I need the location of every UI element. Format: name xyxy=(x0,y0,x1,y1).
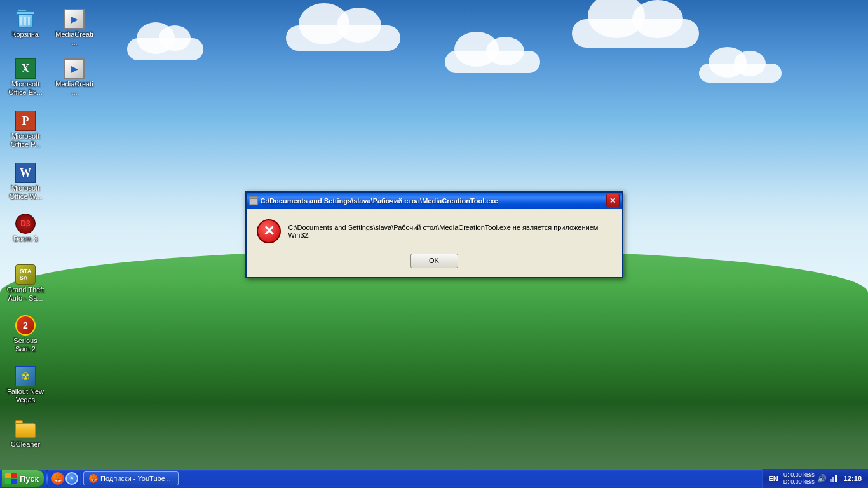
taskbar-firefox-button[interactable]: 🦊 Подписки - YouTube ... xyxy=(83,471,179,485)
tray-net-down: D: 0,00 kB/s xyxy=(783,478,815,485)
error-dialog: C:\Documents and Settings\slava\Рабочий … xyxy=(245,191,623,278)
dialog-ok-button[interactable]: OK xyxy=(410,254,458,268)
taskbar-firefox-icon: 🦊 xyxy=(89,474,98,483)
taskbar-tray: EN U: 0,00 kB/s D: 0,00 kB/s 🔊 12:18 xyxy=(762,469,868,488)
tray-net-up: U: 0,00 kB/s xyxy=(783,471,815,478)
ie-quicklaunch-icon[interactable]: e xyxy=(65,472,78,485)
svg-rect-2 xyxy=(830,479,832,482)
taskbar-open-windows: 🦊 Подписки - YouTube ... xyxy=(81,471,762,485)
tray-network-icon[interactable] xyxy=(829,473,839,484)
svg-rect-4 xyxy=(835,475,837,482)
svg-rect-3 xyxy=(832,477,834,482)
dialog-close-button[interactable]: ✕ xyxy=(606,194,620,207)
desktop: Корзина MediaCreati... X Microsoft Offic… xyxy=(0,0,868,488)
dialog-message-row: ✕ C:\Documents and Settings\slava\Рабочи… xyxy=(257,219,612,243)
dialog-overlay: C:\Documents and Settings\slava\Рабочий … xyxy=(0,0,868,469)
start-label: Пуск xyxy=(20,474,39,484)
dialog-message-text: C:\Documents and Settings\slava\Рабочий … xyxy=(288,224,612,239)
win-flag-icon xyxy=(5,473,17,484)
dialog-titlebar: C:\Documents and Settings\slava\Рабочий … xyxy=(247,193,622,209)
tray-icons: 🔊 xyxy=(817,473,839,484)
taskbar: Пуск 🦊 e 🦊 Подписки - YouTube ... EN U: … xyxy=(0,469,868,488)
error-icon: ✕ xyxy=(257,219,281,243)
dialog-content: ✕ C:\Documents and Settings\slava\Рабочи… xyxy=(247,209,622,277)
tray-time: 12:18 xyxy=(841,475,864,482)
taskbar-separator xyxy=(46,470,48,487)
dialog-buttons: OK xyxy=(257,251,612,269)
quick-launch: 🦊 e xyxy=(50,472,81,485)
start-button[interactable]: Пуск xyxy=(1,470,44,487)
firefox-quicklaunch-icon[interactable]: 🦊 xyxy=(51,472,64,485)
dialog-title-icon xyxy=(249,196,258,205)
dialog-title: C:\Documents and Settings\slava\Рабочий … xyxy=(249,196,606,205)
svg-rect-1 xyxy=(250,198,257,199)
taskbar-firefox-label: Подписки - YouTube ... xyxy=(100,475,173,482)
tray-language: EN xyxy=(766,475,781,482)
windows-logo xyxy=(4,472,17,485)
tray-volume-icon[interactable]: 🔊 xyxy=(817,473,827,484)
tray-network-info: U: 0,00 kB/s D: 0,00 kB/s xyxy=(783,471,815,485)
